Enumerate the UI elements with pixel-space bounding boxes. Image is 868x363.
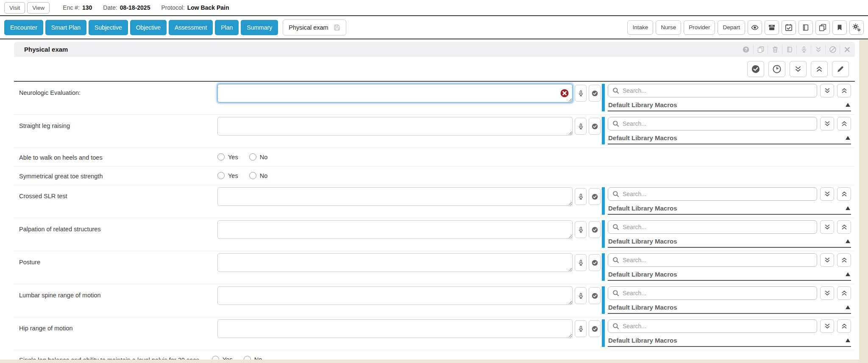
- macro-library-header[interactable]: Default Library Macros: [608, 130, 851, 143]
- calendar-button[interactable]: [782, 20, 796, 35]
- complete-field-button[interactable]: [589, 118, 601, 135]
- collapse-macros-button[interactable]: [837, 286, 851, 300]
- settings-button[interactable]: [849, 20, 864, 35]
- collapse-macros-button[interactable]: [837, 187, 851, 201]
- clear-field-icon[interactable]: [560, 89, 569, 97]
- posture-textarea[interactable]: [217, 253, 573, 272]
- library-button[interactable]: [798, 20, 813, 35]
- lumbar-rom-textarea[interactable]: [217, 286, 573, 305]
- eye-button[interactable]: [748, 20, 762, 35]
- history-button[interactable]: [768, 61, 785, 77]
- radio-label: No: [260, 172, 268, 179]
- help-icon[interactable]: [739, 45, 753, 54]
- collapse-macros-button[interactable]: [837, 84, 851, 97]
- microphone-icon[interactable]: [796, 45, 811, 54]
- tab-encounter[interactable]: Encounter: [4, 20, 43, 35]
- copy-icon[interactable]: [753, 45, 768, 54]
- collapse-all-button[interactable]: [811, 61, 828, 77]
- expand-macros-button[interactable]: [820, 253, 834, 267]
- tab-physical-exam-active[interactable]: Physical exam: [283, 19, 346, 36]
- close-icon[interactable]: [840, 45, 854, 54]
- dictate-button[interactable]: [575, 188, 587, 205]
- visit-button[interactable]: Visit: [4, 2, 25, 14]
- radio-option-no[interactable]: No: [249, 172, 268, 179]
- complete-field-button[interactable]: [589, 188, 601, 205]
- macro-library-header[interactable]: Default Library Macros: [608, 201, 851, 213]
- radio-circle[interactable]: [217, 153, 225, 161]
- macro-search-input[interactable]: [623, 290, 812, 296]
- radio-option-no[interactable]: No: [249, 153, 268, 161]
- archive-button[interactable]: [765, 20, 779, 35]
- radio-label: Yes: [228, 154, 238, 161]
- macro-search-input[interactable]: [623, 257, 812, 263]
- edit-button[interactable]: [832, 61, 849, 77]
- copy-forward-button[interactable]: [815, 20, 830, 35]
- collapse-macros-button[interactable]: [837, 319, 851, 333]
- trash-icon[interactable]: [768, 45, 782, 54]
- dictate-button[interactable]: [575, 320, 587, 337]
- tab-objective[interactable]: Objective: [130, 20, 167, 35]
- radio-circle[interactable]: [217, 172, 225, 179]
- complete-field-button[interactable]: [589, 85, 601, 102]
- nurse-button[interactable]: Nurse: [656, 20, 681, 35]
- macro-library-header[interactable]: Default Library Macros: [608, 267, 851, 279]
- straight-leg-raising-textarea[interactable]: [217, 117, 573, 136]
- no-entry-icon[interactable]: [825, 45, 840, 54]
- radio-circle[interactable]: [249, 153, 256, 161]
- complete-field-button[interactable]: [589, 221, 601, 238]
- expand-macros-button[interactable]: [820, 319, 834, 333]
- collapse-macros-button[interactable]: [837, 253, 851, 267]
- collapse-macros-button[interactable]: [837, 220, 851, 234]
- expand-all-button[interactable]: [790, 61, 807, 77]
- tab-smart-plan[interactable]: Smart Plan: [45, 20, 86, 35]
- view-button[interactable]: View: [27, 2, 50, 14]
- macro-search-box: [608, 319, 817, 333]
- radio-circle[interactable]: [249, 172, 256, 179]
- double-chevron-down-icon[interactable]: [811, 45, 825, 54]
- macro-search-input[interactable]: [623, 323, 812, 330]
- expand-macros-button[interactable]: [820, 286, 834, 300]
- dictate-button[interactable]: [575, 85, 587, 102]
- crossed-slr-test-textarea[interactable]: [217, 187, 573, 206]
- macro-search-input[interactable]: [623, 191, 812, 197]
- complete-field-button[interactable]: [589, 287, 601, 304]
- textarea-cell: [217, 117, 573, 137]
- radio-option-yes[interactable]: Yes: [217, 172, 238, 179]
- tab-subjective[interactable]: Subjective: [89, 20, 128, 35]
- form-row-palpation: Palpation of related structures: [14, 218, 855, 251]
- radio-option-yes[interactable]: Yes: [217, 153, 238, 161]
- complete-field-button[interactable]: [589, 320, 601, 337]
- macro-library-header[interactable]: Default Library Macros: [608, 333, 851, 345]
- expand-macros-button[interactable]: [820, 117, 834, 130]
- collapse-macros-button[interactable]: [837, 117, 851, 130]
- tab-assessment[interactable]: Assessment: [169, 20, 213, 35]
- hip-rom-textarea[interactable]: [217, 319, 573, 338]
- complete-all-button[interactable]: [747, 61, 764, 77]
- macro-search-input[interactable]: [623, 87, 812, 94]
- provider-button[interactable]: Provider: [684, 20, 715, 35]
- field-tools: [575, 117, 601, 135]
- bookmark-button[interactable]: [832, 20, 847, 35]
- dictate-button[interactable]: [575, 254, 587, 271]
- field-tools: [575, 187, 601, 205]
- complete-field-button[interactable]: [589, 254, 601, 271]
- macro-search-input[interactable]: [623, 120, 812, 127]
- check-circle-icon: [592, 194, 598, 200]
- book-icon[interactable]: [782, 45, 796, 54]
- macro-library-header[interactable]: Default Library Macros: [608, 97, 851, 110]
- dictate-button[interactable]: [575, 287, 587, 304]
- intake-button[interactable]: Intake: [627, 20, 653, 35]
- dictate-button[interactable]: [575, 118, 587, 135]
- expand-macros-button[interactable]: [820, 84, 834, 97]
- tab-summary[interactable]: Summary: [241, 20, 278, 35]
- tab-plan[interactable]: Plan: [215, 20, 239, 35]
- macro-search-input[interactable]: [623, 224, 812, 230]
- palpation-textarea[interactable]: [217, 220, 573, 239]
- expand-macros-button[interactable]: [820, 220, 834, 234]
- expand-macros-button[interactable]: [820, 187, 834, 201]
- dictate-button[interactable]: [575, 221, 587, 238]
- neurologic-evaluation-textarea[interactable]: [217, 84, 573, 103]
- depart-button[interactable]: Depart: [718, 20, 745, 35]
- macro-library-header[interactable]: Default Library Macros: [608, 234, 851, 246]
- macro-library-header[interactable]: Default Library Macros: [608, 300, 851, 312]
